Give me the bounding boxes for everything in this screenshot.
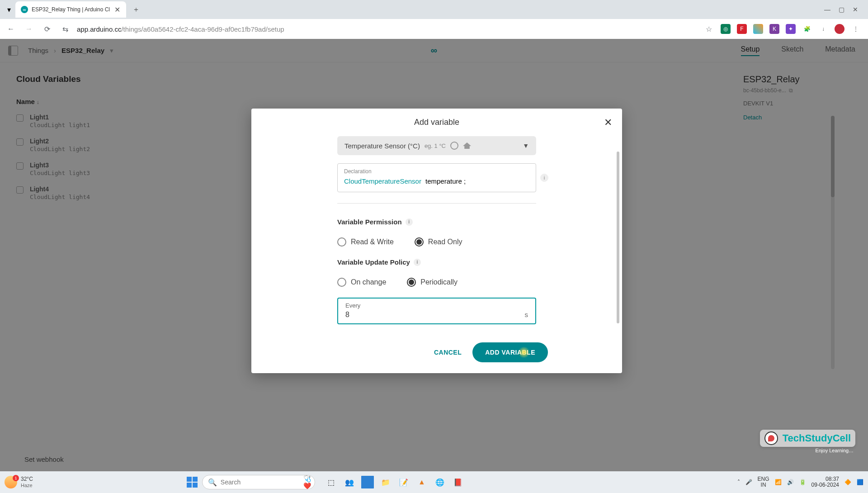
radio-read-write[interactable]: Read & Write xyxy=(337,237,394,246)
forward-button[interactable]: → xyxy=(23,23,35,35)
update-policy-radio-group: On change Periodically xyxy=(337,278,536,287)
declaration-label: Declaration xyxy=(344,168,529,175)
modal-body: Temperature Sensor (°C) eg. 1 °C ▼ Decla… xyxy=(251,136,622,332)
volume-icon[interactable]: 🔊 xyxy=(787,479,794,485)
radio-periodically[interactable]: Periodically xyxy=(407,278,458,287)
watermark-brand: TechStudyCell xyxy=(783,432,851,444)
weather-condition: Haze xyxy=(21,483,33,488)
taskbar-search[interactable]: 🔍 🩺❤️ xyxy=(202,475,315,489)
tab-strip: ▾ ESP32_Relay Thing | Arduino Cl ✕ ＋ ― ▢… xyxy=(0,0,868,19)
page-content: Things › ESP32_Relay ▾ ∞ Setup Sketch Me… xyxy=(0,39,868,471)
bookmark-star-icon[interactable]: ☆ xyxy=(703,23,715,35)
permission-help-icon[interactable]: i xyxy=(406,218,413,226)
profile-avatar[interactable] xyxy=(835,24,844,34)
teams-icon[interactable]: 👥 xyxy=(343,476,356,488)
radio-icon xyxy=(337,237,346,246)
weather-icon: 1 xyxy=(5,476,17,488)
alexa-icon xyxy=(450,142,458,150)
modal-scrollbar[interactable] xyxy=(617,136,619,332)
new-tab-button[interactable]: ＋ xyxy=(130,3,142,16)
weather-widget[interactable]: 1 32°C Haze xyxy=(5,476,33,488)
tab-search-button[interactable]: ▾ xyxy=(3,3,15,16)
downloads-icon[interactable]: ↓ xyxy=(818,24,828,34)
scrollbar-thumb[interactable] xyxy=(617,152,619,323)
clock[interactable]: 08:37 09-06-2024 xyxy=(811,476,839,488)
cancel-button[interactable]: CANCEL xyxy=(430,342,465,362)
tab-close-icon[interactable]: ✕ xyxy=(113,6,121,13)
wifi-icon[interactable]: 📶 xyxy=(775,479,782,485)
extensions-puzzle-icon[interactable]: 🧩 xyxy=(802,24,812,34)
kebab-menu-icon[interactable]: ⋮ xyxy=(851,24,861,34)
tray-app-icon-1[interactable]: 🔶 xyxy=(844,479,851,485)
variable-type-selector[interactable]: Temperature Sensor (°C) eg. 1 °C ▼ xyxy=(337,136,536,155)
chevron-down-icon: ▼ xyxy=(523,142,529,149)
reload-button[interactable]: ⟳ xyxy=(41,23,53,35)
watermark: TechStudyCell xyxy=(760,430,855,447)
arduino-favicon xyxy=(21,6,28,13)
close-icon[interactable]: ✕ xyxy=(604,117,612,128)
tray-app-icon-2[interactable]: 🟦 xyxy=(857,479,863,485)
interval-field[interactable]: Every s xyxy=(337,298,536,324)
interval-unit: s xyxy=(525,311,528,318)
browser-chrome: ▾ ESP32_Relay Thing | Arduino Cl ✕ ＋ ― ▢… xyxy=(0,0,868,39)
variable-type-example: eg. 1 °C xyxy=(425,142,446,149)
notepad-icon[interactable]: 📝 xyxy=(397,476,410,488)
declaration-field: Declaration CloudTemperatureSensor tempe… xyxy=(337,163,536,192)
system-tray: ˄ 🎤 ENG IN 📶 🔊 🔋 08:37 09-06-2024 🔶 🟦 xyxy=(737,476,863,488)
extension-icon-1[interactable]: ◎ xyxy=(721,24,731,34)
update-policy-help-icon[interactable]: i xyxy=(414,259,421,266)
vlc-icon[interactable]: ▲ xyxy=(415,476,428,488)
variable-type-label: Temperature Sensor (°C) xyxy=(344,142,420,150)
start-button[interactable] xyxy=(187,477,198,488)
close-window-button[interactable]: ✕ xyxy=(853,6,858,13)
modal-footer: CANCEL ADD VARIABLE xyxy=(251,332,622,373)
maximize-button[interactable]: ▢ xyxy=(839,6,844,13)
acrobat-icon[interactable]: 📕 xyxy=(452,476,464,488)
watermark-subtitle: Enjoy Learning… xyxy=(816,448,854,453)
modal-title: Add variable xyxy=(414,118,459,127)
interval-label: Every xyxy=(345,302,528,309)
chrome-icon[interactable]: 🌐 xyxy=(434,476,446,488)
declaration-info-icon[interactable]: i xyxy=(540,174,548,182)
divider xyxy=(337,203,536,204)
url-display[interactable]: app.arduino.cc/things/a60a5642-cfc2-4aca… xyxy=(77,25,697,33)
radio-on-change[interactable]: On change xyxy=(337,278,386,287)
windows-taskbar: 1 32°C Haze 🔍 🩺❤️ ⬚ 👥 📁 📝 ▲ 🌐 📕 ˄ 🎤 ENG xyxy=(0,471,868,493)
extension-icon-4[interactable]: K xyxy=(769,24,779,34)
window-controls: ― ▢ ✕ xyxy=(824,6,865,13)
permission-section-label: Variable Permission i xyxy=(337,218,536,226)
language-indicator[interactable]: ENG IN xyxy=(758,476,769,488)
extension-icon-5[interactable]: ✦ xyxy=(786,24,796,34)
search-input[interactable] xyxy=(221,479,300,486)
search-emblem-icon: 🩺❤️ xyxy=(303,475,311,489)
declaration-code: CloudTemperatureSensor temperature ; xyxy=(344,177,529,185)
weather-temp: 32°C xyxy=(21,476,33,482)
microphone-icon[interactable]: 🎤 xyxy=(745,479,752,485)
add-variable-button[interactable]: ADD VARIABLE xyxy=(472,342,548,362)
battery-icon[interactable]: 🔋 xyxy=(799,479,806,485)
address-bar: ← → ⟳ ⇆ app.arduino.cc/things/a60a5642-c… xyxy=(0,19,868,39)
update-policy-section-label: Variable Update Policy i xyxy=(337,258,536,266)
cursor-highlight xyxy=(518,346,530,358)
extension-icon-2[interactable]: F xyxy=(737,24,747,34)
extension-icon-3[interactable] xyxy=(753,24,763,34)
search-icon: 🔍 xyxy=(208,478,217,487)
radio-icon xyxy=(337,278,346,287)
modal-header: Add variable ✕ xyxy=(251,109,622,136)
radio-icon xyxy=(407,278,416,287)
app-icon-1[interactable] xyxy=(361,476,374,488)
tray-chevron-icon[interactable]: ˄ xyxy=(737,479,740,485)
add-variable-modal: Add variable ✕ Temperature Sensor (°C) e… xyxy=(251,109,622,373)
minimize-button[interactable]: ― xyxy=(824,6,830,13)
back-button[interactable]: ← xyxy=(5,23,17,35)
taskbar-center: 🔍 🩺❤️ ⬚ 👥 📁 📝 ▲ 🌐 📕 xyxy=(187,475,464,489)
google-home-icon xyxy=(463,142,471,149)
file-explorer-icon[interactable]: 📁 xyxy=(379,476,392,488)
radio-icon xyxy=(415,237,424,246)
site-info-icon[interactable]: ⇆ xyxy=(59,23,71,35)
radio-read-only[interactable]: Read Only xyxy=(415,237,462,246)
permission-radio-group: Read & Write Read Only xyxy=(337,237,536,246)
interval-input[interactable] xyxy=(345,311,510,319)
task-view-icon[interactable]: ⬚ xyxy=(325,476,338,488)
browser-tab-active[interactable]: ESP32_Relay Thing | Arduino Cl ✕ xyxy=(15,1,126,18)
